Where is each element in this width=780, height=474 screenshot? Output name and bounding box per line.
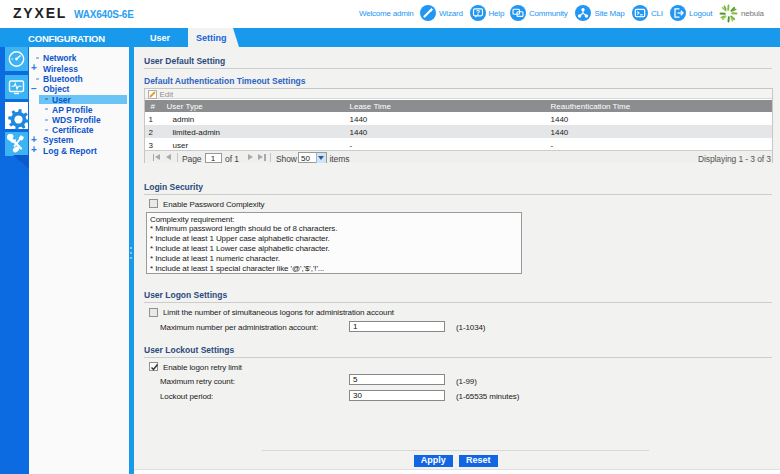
svg-text:?: ? bbox=[476, 9, 480, 16]
